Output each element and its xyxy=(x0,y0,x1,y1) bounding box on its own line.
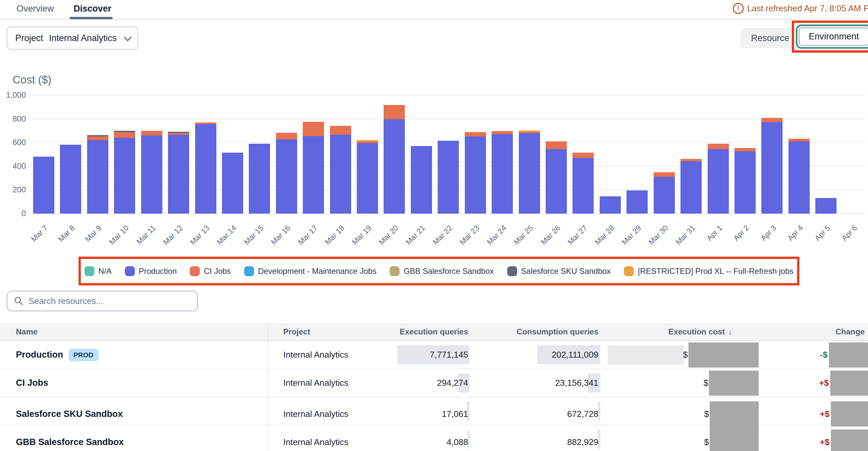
bar-segment[interactable] xyxy=(735,151,756,214)
bar-mar-13 xyxy=(195,123,216,214)
bar-segment[interactable] xyxy=(195,124,216,214)
bar-segment[interactable] xyxy=(465,132,486,136)
column-header-name[interactable]: Name xyxy=(0,323,268,341)
bar-segment[interactable] xyxy=(546,149,567,214)
column-header-consumption-queries[interactable]: Consumption queries xyxy=(475,323,606,341)
legend-item[interactable]: CI Jobs xyxy=(190,266,230,276)
change-sign: +$ xyxy=(819,409,830,419)
search-input[interactable] xyxy=(28,296,182,307)
legend-item[interactable]: Development - Maintenance Jobs xyxy=(244,266,377,276)
table-body: ProductionPRODInternal Analytics7,771,14… xyxy=(0,341,868,451)
bar-segment[interactable] xyxy=(708,144,729,149)
cell-consumption-queries: 23,156,341 xyxy=(475,369,606,397)
search-box[interactable] xyxy=(7,291,198,311)
bar-segment[interactable] xyxy=(114,132,135,138)
column-header-change[interactable]: Change xyxy=(765,323,868,341)
table-row[interactable]: ProductionPRODInternal Analytics7,771,14… xyxy=(0,341,868,369)
bar-segment[interactable] xyxy=(33,157,54,214)
bar-segment[interactable] xyxy=(492,131,513,134)
legend-label: GBB Salesforce Sandbox xyxy=(404,266,494,276)
bar-segment[interactable] xyxy=(330,126,351,135)
bar-segment[interactable] xyxy=(681,161,702,214)
execution-cost-currency: $ xyxy=(704,409,709,419)
bar-segment[interactable] xyxy=(519,133,540,214)
bar-mar-24 xyxy=(492,131,513,214)
bar-segment[interactable] xyxy=(222,153,243,214)
group-by-resource-button[interactable]: Resource xyxy=(741,29,800,48)
x-axis-tick-label: Mar 23 xyxy=(458,224,482,247)
execution-cost-currency: $ xyxy=(704,378,708,388)
bar-segment[interactable] xyxy=(654,177,675,214)
bar-segment[interactable] xyxy=(761,118,782,122)
bar-segment[interactable] xyxy=(87,140,108,214)
bar-segment[interactable] xyxy=(411,146,432,214)
legend-swatch-icon xyxy=(624,266,634,276)
legend-item[interactable]: N/A xyxy=(85,266,112,276)
column-header-execution-cost[interactable]: Execution cost↓ xyxy=(606,323,765,341)
bar-segment[interactable] xyxy=(546,141,567,149)
table-row[interactable]: GBB Salesforce SandboxInternal Analytics… xyxy=(0,425,868,451)
column-header-label: Change xyxy=(836,327,865,336)
bar-mar-9 xyxy=(87,135,108,214)
bar-segment[interactable] xyxy=(735,148,756,151)
x-axis-tick-label: Mar 18 xyxy=(323,224,346,247)
x-axis-tick-label: Mar 25 xyxy=(512,224,535,247)
redacted-value-box xyxy=(831,429,868,451)
cell-project: Internal Analytics xyxy=(268,369,378,397)
bar-segment[interactable] xyxy=(141,135,162,214)
bar-segment[interactable] xyxy=(384,105,405,119)
x-axis-tick-label: Mar 14 xyxy=(215,224,239,247)
bar-segment[interactable] xyxy=(600,196,621,214)
column-header-label: Execution queries xyxy=(400,327,468,336)
bar-segment[interactable] xyxy=(761,122,782,214)
execution-queries-value: 7,771,145 xyxy=(430,350,468,360)
bar-segment[interactable] xyxy=(249,144,270,214)
legend-label: CI Jobs xyxy=(204,266,230,276)
legend-item[interactable]: GBB Salesforce Sandbox xyxy=(390,266,494,276)
bar-segment[interactable] xyxy=(114,138,135,214)
consumption-queries-value: 672,728 xyxy=(567,409,598,419)
chart-legend: N/AProductionCI JobsDevelopment - Mainte… xyxy=(85,266,794,276)
bar-segment[interactable] xyxy=(60,145,81,214)
legend-item[interactable]: Salesforce SKU Sandbox xyxy=(507,266,611,276)
tab-overview[interactable]: Overview xyxy=(17,4,54,14)
bar-segment[interactable] xyxy=(681,159,702,161)
search-icon xyxy=(14,296,23,305)
cell-change: -$ xyxy=(765,341,868,368)
cell-execution-cost: $ xyxy=(606,341,765,368)
y-axis-tick-label: 800 xyxy=(0,114,26,124)
bar-segment[interactable] xyxy=(788,139,810,141)
bar-segment[interactable] xyxy=(303,136,324,214)
column-header-execution-queries[interactable]: Execution queries xyxy=(378,323,475,341)
column-header-project[interactable]: Project xyxy=(268,323,378,341)
bar-segment[interactable] xyxy=(626,190,648,214)
tab-discover[interactable]: Discover xyxy=(73,4,111,14)
bar-segment[interactable] xyxy=(141,131,162,135)
legend-item[interactable]: [RESTRICTED] Prod XL -- Full-Refresh job… xyxy=(624,266,794,276)
bar-segment[interactable] xyxy=(357,143,378,214)
bar-segment[interactable] xyxy=(492,134,513,214)
bar-segment[interactable] xyxy=(815,198,837,214)
change-sign: +$ xyxy=(819,378,829,388)
bar-segment[interactable] xyxy=(572,153,594,158)
bar-segment[interactable] xyxy=(654,172,675,177)
project-filter-dropdown[interactable]: Project Internal Analytics xyxy=(7,27,138,50)
bar-segment[interactable] xyxy=(303,122,324,136)
bar-segment[interactable] xyxy=(465,136,486,214)
bar-segment[interactable] xyxy=(438,141,459,214)
legend-item[interactable]: Production xyxy=(125,266,177,276)
bar-segment[interactable] xyxy=(708,149,729,214)
bar-segment[interactable] xyxy=(168,135,189,214)
bar-segment[interactable] xyxy=(788,141,810,214)
bar-segment[interactable] xyxy=(276,139,297,214)
redacted-value-box xyxy=(709,371,759,396)
x-axis-tick-label: Apr 1 xyxy=(705,224,724,243)
discover-page: Overview Discover ! Last refreshed Apr 7… xyxy=(0,0,868,451)
bar-segment[interactable] xyxy=(384,119,405,214)
bar-segment[interactable] xyxy=(276,133,297,139)
table-row[interactable]: CI JobsInternal Analytics294,27423,156,3… xyxy=(0,369,868,397)
bar-segment[interactable] xyxy=(572,158,594,214)
group-by-environment-button[interactable]: Environment xyxy=(799,28,868,46)
bar-segment[interactable] xyxy=(87,136,108,140)
bar-segment[interactable] xyxy=(330,135,351,214)
